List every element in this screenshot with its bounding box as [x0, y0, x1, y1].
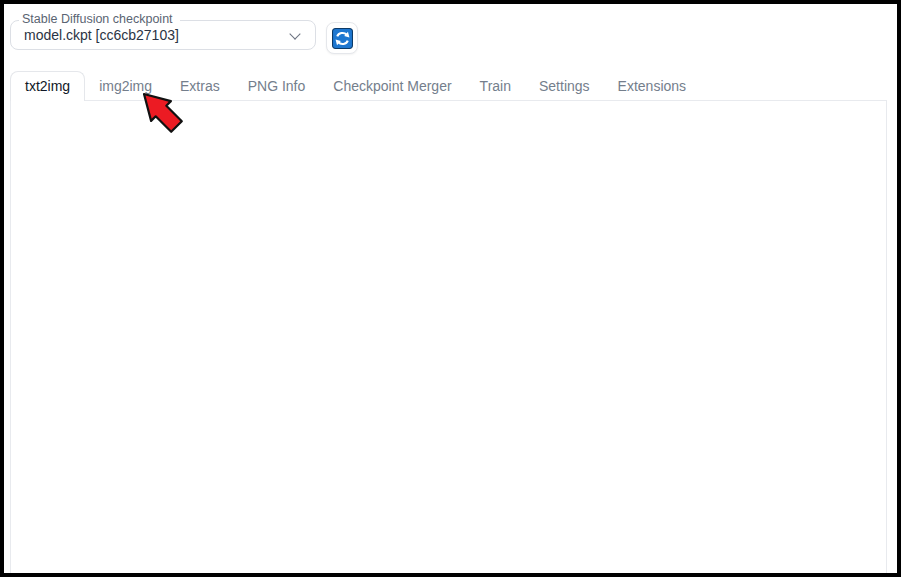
main-tabbar: txt2img img2img Extras PNG Info Checkpoi…: [10, 71, 700, 101]
tab-txt2img[interactable]: txt2img: [10, 71, 85, 101]
tab-checkpoint-merger[interactable]: Checkpoint Merger: [319, 71, 465, 101]
stable-diffusion-webui: Stable Diffusion checkpoint model.ckpt […: [0, 0, 901, 577]
refresh-icon: [332, 28, 353, 49]
refresh-checkpoint-button[interactable]: [326, 22, 358, 54]
checkpoint-value: model.ckpt [cc6cb27103]: [24, 21, 179, 50]
chevron-down-icon: [289, 28, 300, 39]
tab-settings[interactable]: Settings: [525, 71, 604, 101]
checkpoint-dropdown[interactable]: Stable Diffusion checkpoint model.ckpt […: [10, 20, 316, 50]
tab-content-panel: [10, 100, 887, 577]
tab-train[interactable]: Train: [466, 71, 525, 101]
red-arrow-annotation: [140, 90, 192, 142]
tab-png-info[interactable]: PNG Info: [234, 71, 320, 101]
tab-extensions[interactable]: Extensions: [604, 71, 700, 101]
